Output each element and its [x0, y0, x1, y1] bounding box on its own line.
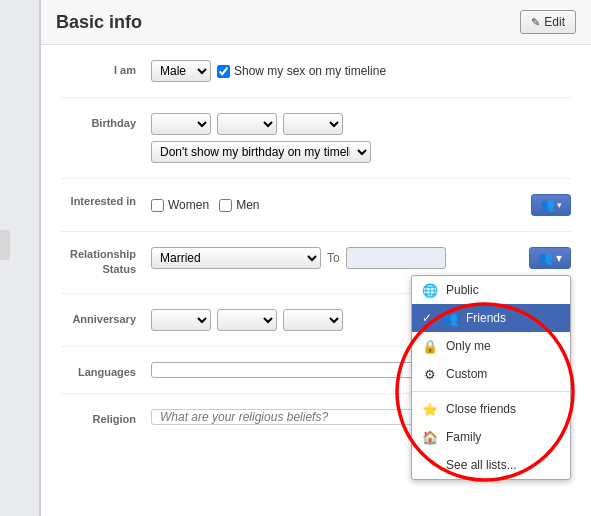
interested-in-fields: Women Men 👥 ▾	[151, 194, 571, 216]
birthday-year-select[interactable]	[283, 113, 343, 135]
anniversary-label: Anniversary	[61, 309, 151, 325]
dropdown-item-custom[interactable]: ⚙ Custom	[412, 360, 570, 388]
anniversary-year-select[interactable]	[283, 309, 343, 331]
header: Basic info ✎ Edit	[41, 0, 591, 45]
dropdown-item-friends[interactable]: ✓ 👥 Friends	[412, 304, 570, 332]
show-sex-label[interactable]: Show my sex on my timeline	[217, 64, 386, 78]
dropdown-arrow-icon: ▾	[557, 200, 562, 210]
men-label[interactable]: Men	[219, 198, 259, 212]
anniversary-day-select[interactable]	[217, 309, 277, 331]
lock-icon: 🔒	[422, 338, 438, 354]
friends-dropdown-icon: 👥	[442, 310, 458, 326]
pencil-icon: ✎	[531, 16, 540, 29]
main-panel: Basic info ✎ Edit I am Male Female Show …	[40, 0, 591, 516]
anniversary-month-select[interactable]	[151, 309, 211, 331]
relationship-status-row: Relationship Status Married Single In a …	[61, 247, 571, 294]
sidebar	[0, 0, 40, 516]
relationship-dropdown-arrow: ▾	[556, 251, 562, 265]
friends-label: Friends	[466, 311, 506, 325]
custom-label: Custom	[446, 367, 487, 381]
relationship-select-wrap: Married Single In a relationship Engaged…	[151, 247, 446, 269]
birthday-visibility-select[interactable]: Don't show my birthday on my timeline Sh…	[151, 141, 371, 163]
see-all-label: See all lists...	[446, 458, 517, 472]
show-sex-checkbox[interactable]	[217, 65, 230, 78]
relationship-name-input[interactable]	[346, 247, 446, 269]
birthday-label: Birthday	[61, 113, 151, 129]
birthday-row: Birthday Don't show my birthday on my ti…	[61, 113, 571, 179]
men-checkbox[interactable]	[219, 199, 232, 212]
birthday-month-select[interactable]	[151, 113, 211, 135]
dropdown-item-only-me[interactable]: 🔒 Only me	[412, 332, 570, 360]
interested-in-label: Interested in	[61, 194, 151, 209]
religion-label: Religion	[61, 409, 151, 425]
i-am-label: I am	[61, 60, 151, 76]
family-label: Family	[446, 430, 481, 444]
to-label: To	[327, 251, 340, 265]
sidebar-indicator	[0, 230, 10, 260]
dropdown-item-close-friends[interactable]: ⭐ Close friends	[412, 395, 570, 423]
relationship-status-select[interactable]: Married Single In a relationship Engaged…	[151, 247, 321, 269]
friends-icon: 👥	[540, 198, 555, 212]
women-label[interactable]: Women	[151, 198, 209, 212]
edit-label: Edit	[544, 15, 565, 29]
family-icon: 🏠	[422, 429, 438, 445]
interested-privacy-btn[interactable]: 👥 ▾	[531, 194, 571, 216]
custom-icon: ⚙	[422, 366, 438, 382]
close-friends-icon: ⭐	[422, 401, 438, 417]
only-me-label: Only me	[446, 339, 491, 353]
content: I am Male Female Show my sex on my timel…	[41, 45, 591, 511]
relationship-friends-icon: 👥	[538, 251, 553, 265]
languages-label: Languages	[61, 362, 151, 378]
checkmark-icon: ✓	[422, 311, 432, 325]
women-checkbox[interactable]	[151, 199, 164, 212]
relationship-status-label: Relationship Status	[61, 247, 151, 278]
privacy-dropdown-menu: 🌐 Public ✓ 👥 Friends 🔒 Only me	[411, 275, 571, 480]
gender-select[interactable]: Male Female	[151, 60, 211, 82]
public-label: Public	[446, 283, 479, 297]
dropdown-item-public[interactable]: 🌐 Public	[412, 276, 570, 304]
i-am-row: I am Male Female Show my sex on my timel…	[61, 60, 571, 98]
public-icon: 🌐	[422, 282, 438, 298]
page-title: Basic info	[56, 12, 142, 33]
dropdown-divider	[412, 391, 570, 392]
interested-in-row: Interested in Women Men 👥 ▾	[61, 194, 571, 232]
edit-button[interactable]: ✎ Edit	[520, 10, 576, 34]
birthday-fields: Don't show my birthday on my timeline Sh…	[151, 113, 571, 163]
i-am-fields: Male Female Show my sex on my timeline	[151, 60, 571, 82]
dropdown-item-see-all[interactable]: See all lists...	[412, 451, 570, 479]
dropdown-item-family[interactable]: 🏠 Family	[412, 423, 570, 451]
relationship-fields: Married Single In a relationship Engaged…	[151, 247, 571, 269]
relationship-right: 👥 ▾ 🌐 Public ✓ 👥 Friends	[529, 247, 571, 269]
relationship-privacy-btn[interactable]: 👥 ▾	[529, 247, 571, 269]
see-all-icon	[422, 457, 438, 473]
birthday-day-select[interactable]	[217, 113, 277, 135]
close-friends-label: Close friends	[446, 402, 516, 416]
